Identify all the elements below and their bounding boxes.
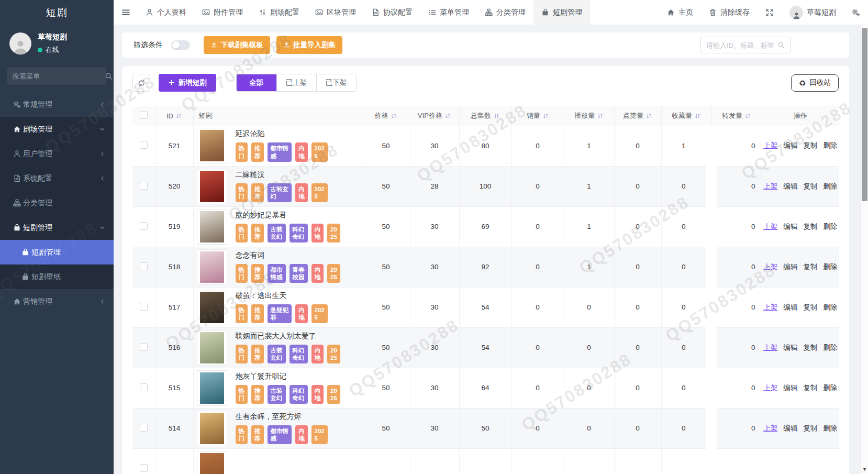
refresh-button[interactable] xyxy=(132,74,150,92)
scrollbar-thumb[interactable] xyxy=(862,28,867,201)
delete-link[interactable]: 删除 xyxy=(823,383,837,393)
drama-cover-thumbnail[interactable] xyxy=(197,290,227,325)
sidebar-menu-search[interactable] xyxy=(7,67,106,85)
recycle-bin-button[interactable]: ♻ 回收站 xyxy=(791,74,839,92)
nav-tab-个人资料[interactable]: 个人资料 xyxy=(138,0,194,25)
sort-icon[interactable] xyxy=(391,113,397,119)
nav-tab-菜单管理[interactable]: 菜单管理 xyxy=(420,0,477,25)
sort-icon[interactable] xyxy=(444,113,451,119)
drama-cover-thumbnail[interactable] xyxy=(197,209,227,245)
nav-tab-短剧管理[interactable]: 短剧管理 xyxy=(533,0,590,25)
sidebar-item-用户管理[interactable]: 用户管理 xyxy=(0,141,114,166)
select-all-checkbox[interactable] xyxy=(140,111,148,119)
edit-link[interactable]: 编辑 xyxy=(783,141,797,150)
edit-link[interactable]: 编辑 xyxy=(783,383,797,393)
delete-link[interactable]: 删除 xyxy=(823,141,837,150)
sidebar-item-分类管理[interactable]: 分类管理 xyxy=(0,191,114,215)
sidebar-search-input[interactable] xyxy=(13,72,105,80)
nav-tab-附件管理[interactable]: 附件管理 xyxy=(194,0,251,25)
row-checkbox[interactable] xyxy=(140,262,148,270)
copy-link[interactable]: 复制 xyxy=(803,424,817,433)
add-drama-button[interactable]: 新增短剧 xyxy=(159,74,216,92)
sort-icon[interactable] xyxy=(493,113,500,119)
scrollbar-down-arrow[interactable]: ▼ xyxy=(861,467,868,472)
publish-link[interactable]: 上架 xyxy=(763,424,777,433)
sidebar-item-营销管理[interactable]: 营销管理 xyxy=(0,289,114,314)
publish-link[interactable]: 上架 xyxy=(763,222,777,232)
nav-tab-分类管理[interactable]: 分类管理 xyxy=(477,0,533,25)
sidebar-item-系统配置[interactable]: 系统配置 xyxy=(0,166,114,191)
publish-link[interactable]: 上架 xyxy=(763,303,777,312)
delete-link[interactable]: 删除 xyxy=(823,343,837,352)
copy-link[interactable]: 复制 xyxy=(803,141,817,150)
edit-link[interactable]: 编辑 xyxy=(783,303,797,312)
drama-cover-thumbnail[interactable] xyxy=(197,169,227,204)
sort-icon[interactable] xyxy=(744,113,751,119)
sidebar-item-常规管理[interactable]: 常规管理 xyxy=(0,92,114,117)
drama-cover-thumbnail[interactable] xyxy=(197,128,227,163)
sort-icon[interactable] xyxy=(646,113,652,119)
sort-icon[interactable] xyxy=(175,113,182,119)
publish-link[interactable]: 上架 xyxy=(763,262,777,272)
copy-link[interactable]: 复制 xyxy=(803,383,817,393)
copy-link[interactable]: 复制 xyxy=(803,222,817,232)
drama-cover-thumbnail[interactable] xyxy=(197,249,227,285)
row-checkbox[interactable] xyxy=(140,343,148,351)
sidebar-item-剧场管理[interactable]: 剧场管理 xyxy=(0,117,114,141)
tab-已上架[interactable]: 已上架 xyxy=(276,74,316,91)
sidebar-item-短剧壁纸-sub[interactable]: 短剧壁纸 xyxy=(0,264,114,289)
edit-link[interactable]: 编辑 xyxy=(783,262,797,272)
row-checkbox[interactable] xyxy=(140,424,148,432)
row-checkbox[interactable] xyxy=(140,141,148,149)
table-search-box[interactable] xyxy=(700,37,791,53)
publish-link[interactable]: 上架 xyxy=(763,141,777,150)
status-dot xyxy=(38,48,42,52)
drama-cover-thumbnail[interactable] xyxy=(197,370,227,406)
nav-action-主页[interactable]: 主页 xyxy=(659,0,701,25)
batch-import-button[interactable]: 批量导入剧集 xyxy=(276,36,343,54)
drama-cover-thumbnail[interactable] xyxy=(197,330,227,366)
vertical-scrollbar[interactable]: ▼ xyxy=(861,25,868,474)
table-search-input[interactable] xyxy=(706,41,777,49)
download-template-button[interactable]: 下载剧集模板 xyxy=(204,36,270,54)
sidebar-item-短剧管理[interactable]: 短剧管理 xyxy=(0,215,114,240)
hamburger-menu-icon[interactable] xyxy=(114,0,138,25)
delete-link[interactable]: 删除 xyxy=(823,222,837,232)
publish-link[interactable]: 上架 xyxy=(763,343,777,352)
user-menu[interactable]: 草莓短剧 xyxy=(782,0,844,25)
publish-link[interactable]: 上架 xyxy=(763,383,777,393)
sort-icon[interactable] xyxy=(694,113,701,119)
drama-cover-thumbnail[interactable] xyxy=(197,411,227,446)
nav-tab-区块管理[interactable]: 区块管理 xyxy=(307,0,364,25)
delete-link[interactable]: 删除 xyxy=(823,424,837,433)
edit-link[interactable]: 编辑 xyxy=(783,424,797,433)
tab-全部[interactable]: 全部 xyxy=(237,74,276,91)
nav-action-清除缓存[interactable]: 清除缓存 xyxy=(701,0,758,25)
copy-link[interactable]: 复制 xyxy=(803,182,817,191)
sort-icon[interactable] xyxy=(597,113,604,119)
sort-icon[interactable] xyxy=(542,113,549,119)
nav-tab-协议配置[interactable]: 协议配置 xyxy=(364,0,420,25)
copy-link[interactable]: 复制 xyxy=(803,343,817,352)
tab-已下架[interactable]: 已下架 xyxy=(316,74,356,91)
delete-link[interactable]: 删除 xyxy=(823,262,837,272)
drama-cover-thumbnail[interactable] xyxy=(197,451,227,474)
sidebar-item-短剧管理-sub[interactable]: 短剧管理 xyxy=(0,240,114,264)
edit-link[interactable]: 编辑 xyxy=(783,182,797,191)
row-checkbox[interactable] xyxy=(140,383,148,391)
copy-link[interactable]: 复制 xyxy=(803,303,817,312)
nav-tab-剧场配置[interactable]: 剧场配置 xyxy=(251,0,307,25)
delete-link[interactable]: 删除 xyxy=(823,303,837,312)
row-checkbox[interactable] xyxy=(140,464,148,472)
row-checkbox[interactable] xyxy=(140,303,148,311)
edit-link[interactable]: 编辑 xyxy=(783,343,797,352)
filter-toggle[interactable] xyxy=(171,40,190,50)
copy-link[interactable]: 复制 xyxy=(803,262,817,272)
publish-link[interactable]: 上架 xyxy=(763,182,777,191)
settings-button[interactable] xyxy=(844,0,868,25)
row-checkbox[interactable] xyxy=(140,182,148,190)
fullscreen-button[interactable] xyxy=(758,0,782,25)
row-checkbox[interactable] xyxy=(140,222,148,230)
delete-link[interactable]: 删除 xyxy=(823,182,837,191)
edit-link[interactable]: 编辑 xyxy=(783,222,797,232)
